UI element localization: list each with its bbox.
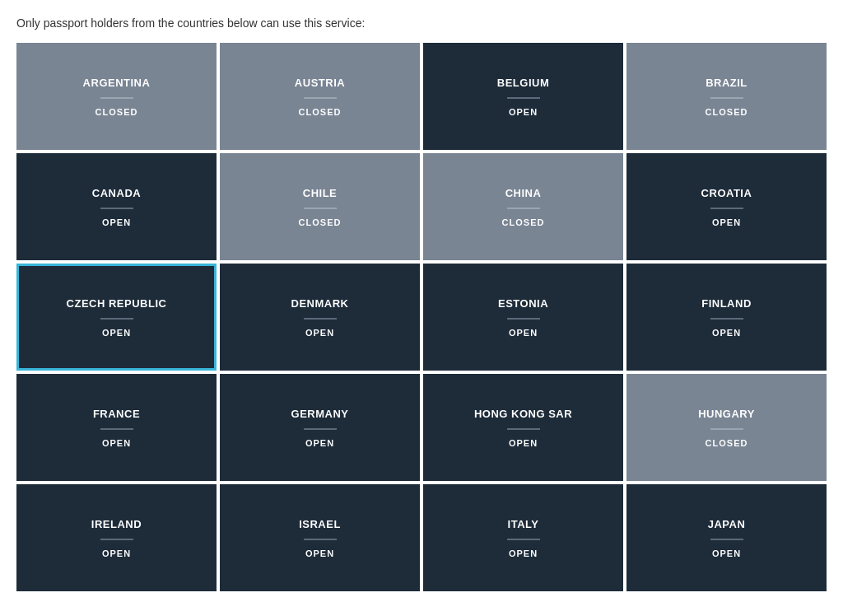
country-card-germany[interactable]: GERMANYOPEN: [220, 374, 420, 481]
country-status: OPEN: [712, 548, 741, 558]
divider: [100, 428, 133, 430]
divider: [507, 208, 540, 209]
country-card-estonia[interactable]: ESTONIAOPEN: [423, 264, 623, 371]
country-card-japan[interactable]: JAPANOPEN: [626, 484, 827, 591]
country-status: OPEN: [509, 438, 538, 448]
country-status: CLOSED: [299, 107, 342, 117]
country-status: OPEN: [102, 328, 131, 338]
country-name: ISRAEL: [299, 518, 341, 530]
divider: [100, 97, 133, 99]
country-card-hungary[interactable]: HUNGARYCLOSED: [626, 374, 827, 481]
divider: [304, 208, 337, 209]
country-card-chile[interactable]: CHILECLOSED: [220, 153, 420, 260]
country-card-israel[interactable]: ISRAELOPEN: [220, 484, 420, 591]
country-status: OPEN: [305, 328, 334, 338]
country-status: CLOSED: [502, 217, 545, 227]
country-status: OPEN: [102, 438, 131, 448]
country-card-brazil[interactable]: BRAZILCLOSED: [626, 43, 827, 150]
divider: [304, 539, 337, 540]
country-status: OPEN: [509, 107, 538, 117]
country-name: CHILE: [303, 187, 338, 199]
country-name: BRAZIL: [706, 77, 748, 89]
divider: [710, 539, 743, 540]
country-name: CHINA: [505, 187, 542, 199]
intro-text: Only passport holders from the countries…: [16, 16, 827, 30]
divider: [710, 97, 743, 99]
country-card-france[interactable]: FRANCEOPEN: [16, 374, 217, 481]
divider: [304, 318, 337, 320]
country-name: FRANCE: [93, 408, 140, 420]
country-status: CLOSED: [706, 107, 748, 117]
country-card-hong-kong-sar[interactable]: HONG KONG SAROPEN: [423, 374, 623, 481]
country-status: OPEN: [305, 438, 334, 448]
country-status: OPEN: [102, 548, 131, 558]
country-name: ARGENTINA: [83, 77, 151, 89]
divider: [304, 428, 337, 430]
country-status: CLOSED: [706, 438, 748, 448]
country-card-croatia[interactable]: CROATIAOPEN: [626, 153, 827, 260]
country-card-belgium[interactable]: BELGIUMOPEN: [423, 43, 623, 150]
country-status: OPEN: [102, 217, 131, 227]
country-name: HONG KONG SAR: [474, 408, 572, 420]
country-name: CANADA: [92, 187, 141, 199]
country-status: OPEN: [509, 328, 538, 338]
country-name: AUSTRIA: [295, 77, 345, 89]
country-name: ESTONIA: [498, 297, 548, 310]
country-card-argentina[interactable]: ARGENTINACLOSED: [16, 43, 217, 150]
country-status: CLOSED: [95, 107, 138, 117]
divider: [304, 97, 337, 99]
country-name: BELGIUM: [497, 77, 549, 89]
country-grid: ARGENTINACLOSEDAUSTRIACLOSEDBELGIUMOPENB…: [16, 43, 827, 591]
divider: [100, 208, 133, 209]
country-card-czech-republic[interactable]: CZECH REPUBLICOPEN: [16, 264, 217, 371]
divider: [100, 318, 133, 320]
country-name: IRELAND: [91, 518, 142, 530]
country-name: CROATIA: [701, 187, 752, 199]
country-name: CZECH REPUBLIC: [67, 297, 167, 310]
country-card-austria[interactable]: AUSTRIACLOSED: [220, 43, 420, 150]
country-status: OPEN: [712, 328, 741, 338]
divider: [100, 539, 133, 540]
country-name: DENMARK: [291, 297, 349, 310]
country-card-ireland[interactable]: IRELANDOPEN: [16, 484, 217, 591]
country-card-china[interactable]: CHINACLOSED: [423, 153, 623, 260]
country-card-canada[interactable]: CANADAOPEN: [16, 153, 217, 260]
divider: [710, 428, 743, 430]
divider: [507, 539, 540, 540]
country-status: OPEN: [305, 548, 334, 558]
country-name: JAPAN: [708, 518, 746, 530]
country-card-denmark[interactable]: DENMARKOPEN: [220, 264, 420, 371]
country-status: CLOSED: [299, 217, 342, 227]
divider: [710, 318, 743, 320]
country-card-finland[interactable]: FINLANDOPEN: [626, 264, 827, 371]
country-status: OPEN: [509, 548, 538, 558]
country-card-italy[interactable]: ITALYOPEN: [423, 484, 623, 591]
country-name: GERMANY: [291, 408, 349, 420]
country-status: OPEN: [712, 217, 741, 227]
divider: [710, 208, 743, 209]
divider: [507, 318, 540, 320]
divider: [507, 428, 540, 430]
country-name: ITALY: [508, 518, 539, 530]
divider: [507, 97, 540, 99]
country-name: FINLAND: [701, 297, 752, 310]
country-name: HUNGARY: [698, 408, 755, 420]
